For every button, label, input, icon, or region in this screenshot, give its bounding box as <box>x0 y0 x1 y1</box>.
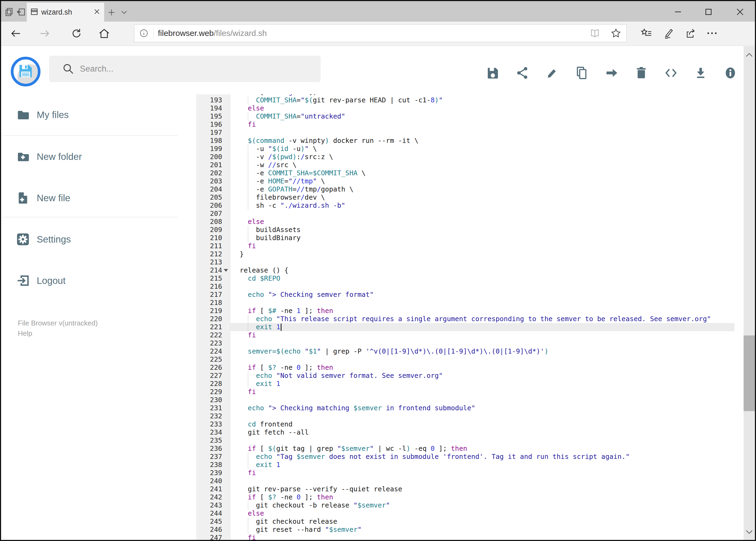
app-logo-floppy-icon[interactable] <box>11 57 41 86</box>
sidebar-item-new-folder[interactable]: New folder <box>1 146 179 168</box>
address-bar[interactable]: filebrowser.web/files/wizard.sh <box>134 24 627 42</box>
code-line[interactable]: 232 <box>180 412 734 420</box>
code-line[interactable]: 220 echo "This release script requires a… <box>180 315 734 323</box>
browser-tab[interactable]: wizard.sh <box>27 3 104 22</box>
annotate-pen-icon[interactable] <box>660 25 678 42</box>
maximize-icon[interactable] <box>701 7 716 17</box>
share-icon[interactable] <box>681 25 700 42</box>
code-line[interactable]: 245 git checkout release <box>180 517 734 526</box>
code-line[interactable]: 234 git fetch --all <box>180 428 734 436</box>
code-line[interactable]: 206 sh -c "./wizard.sh -b" <box>180 202 734 210</box>
sidebar-item-my-files[interactable]: My files <box>1 104 179 126</box>
code-line[interactable]: 221 exit 1 <box>180 323 734 331</box>
save-button[interactable] <box>485 65 500 81</box>
code-line[interactable]: 224 semver=$(echo "$1" | grep -P '^v(0|[… <box>180 347 734 355</box>
copy-button[interactable] <box>574 65 590 81</box>
code-line[interactable]: 223 <box>180 339 734 347</box>
code-line[interactable]: 217 echo "> Checking semver format" <box>180 290 734 299</box>
code-line[interactable]: 231 echo "> Checking matching $semver in… <box>180 404 734 412</box>
code-line[interactable]: 209 buildAssets <box>180 226 734 234</box>
code-line[interactable]: 208 else <box>180 218 734 226</box>
code-line[interactable]: 215 cd $REPO <box>180 274 734 282</box>
scroll-up-icon[interactable] <box>744 48 755 62</box>
sidebar-item-logout[interactable]: Logout <box>1 270 179 291</box>
more-ellipsis-icon[interactable] <box>703 25 721 42</box>
code-line[interactable]: 216 <box>180 282 734 290</box>
code-line[interactable]: 240 <box>180 477 734 485</box>
set-tabs-aside-icon[interactable] <box>16 7 26 17</box>
edit-button[interactable] <box>545 65 560 81</box>
refresh-icon[interactable] <box>69 25 84 42</box>
minimize-icon[interactable] <box>670 7 685 17</box>
search-input[interactable] <box>79 64 321 74</box>
code-editor[interactable]: 192 if [ -d ".git" ]; then193 COMMIT_SHA… <box>180 94 734 541</box>
code-line[interactable]: 246 git reset --hard "$semver" <box>180 526 734 534</box>
move-button[interactable] <box>604 65 619 81</box>
code-line[interactable]: 195 COMMIT_SHA="untracked" <box>180 112 734 121</box>
code-line[interactable]: 226 if [ $? -ne 0 ]; then <box>180 363 734 372</box>
code-line[interactable]: 193 COMMIT_SHA="$(git rev-parse HEAD | c… <box>180 96 734 104</box>
code-line[interactable]: 199 -u "$(id -u)" \ <box>180 145 734 153</box>
code-line[interactable]: 247 fi <box>180 534 734 541</box>
hub-favorites-icon[interactable] <box>637 25 656 42</box>
code-line[interactable]: 239 fi <box>180 469 734 477</box>
close-icon[interactable] <box>732 7 748 17</box>
code-line[interactable]: 235 <box>180 436 734 445</box>
code-line[interactable]: 236 if [ $(git tag | grep "$semver" | wc… <box>180 445 734 453</box>
code-line[interactable]: 201 -w //src \ <box>180 161 734 169</box>
code-line[interactable]: 241 git rev-parse --verify --quiet relea… <box>180 485 734 493</box>
reading-view-icon[interactable] <box>584 29 606 38</box>
fold-arrow-icon[interactable] <box>224 269 228 272</box>
code-line[interactable]: 238 exit 1 <box>180 461 734 469</box>
code-line[interactable]: 205 filebrowser/dev \ <box>180 194 734 202</box>
code-line[interactable]: 213 <box>180 258 734 266</box>
tabs-set-aside-icon[interactable] <box>4 7 14 17</box>
home-icon[interactable] <box>97 25 112 42</box>
code-line[interactable]: 242 if [ $? -ne 0 ]; then <box>180 493 734 501</box>
code-line[interactable]: 198 $(command -v winpty) docker run --rm… <box>180 137 734 145</box>
code-line[interactable]: 192 if [ -d ".git" ]; then <box>180 94 734 96</box>
code-line[interactable]: 225 <box>180 355 734 363</box>
code-line[interactable]: 214release () { <box>180 266 734 274</box>
code-line[interactable]: 219 if [ $# -ne 1 ]; then <box>180 307 734 315</box>
code-line[interactable]: 200 -v /$(pwd):/src:z \ <box>180 153 734 161</box>
code-line[interactable]: 222 fi <box>180 331 734 339</box>
code-line[interactable]: 243 git checkout -b release "$semver" <box>180 501 734 509</box>
code-line[interactable]: 237 echo "Tag $semver does not exist in … <box>180 453 734 461</box>
code-line[interactable]: 227 echo "Not valid semver format. See s… <box>180 372 734 380</box>
code-line[interactable]: 207 <box>180 210 734 218</box>
tab-preview-chevron-icon[interactable] <box>120 9 128 16</box>
search-box[interactable] <box>49 56 321 82</box>
back-icon[interactable] <box>8 25 23 42</box>
site-info-icon[interactable] <box>134 29 153 38</box>
code-line[interactable]: 218 <box>180 299 734 307</box>
code-line[interactable]: 233 cd frontend <box>180 420 734 428</box>
close-tab-icon[interactable] <box>94 8 101 16</box>
code-line[interactable]: 230 <box>180 396 734 404</box>
forward-icon[interactable] <box>37 25 52 42</box>
scroll-down-icon[interactable] <box>744 525 755 539</box>
code-line[interactable]: 196 fi <box>180 121 734 129</box>
info-button[interactable] <box>723 65 738 81</box>
page-scrollbar[interactable] <box>744 46 755 541</box>
code-line[interactable]: 228 exit 1 <box>180 380 734 388</box>
code-line[interactable]: 244 else <box>180 509 734 517</box>
code-line[interactable]: 204 -e GOPATH=//tmp/gopath \ <box>180 185 734 194</box>
code-line[interactable]: 194 else <box>180 104 734 112</box>
new-tab-icon[interactable] <box>107 8 116 17</box>
code-line[interactable]: 197 <box>180 129 734 137</box>
code-line[interactable]: 212} <box>180 250 734 258</box>
code-button[interactable] <box>663 65 678 81</box>
code-line[interactable]: 229 fi <box>180 388 734 396</box>
code-line[interactable]: 210 buildBinary <box>180 234 734 242</box>
code-line[interactable]: 203 -e HOME="//tmp" \ <box>180 177 734 185</box>
favorite-star-icon[interactable] <box>606 28 627 38</box>
share-button[interactable] <box>515 65 530 81</box>
help-link[interactable]: Help <box>18 328 98 338</box>
code-line[interactable]: 202 -e COMMIT_SHA=$COMMIT_SHA \ <box>180 169 734 177</box>
scrollbar-thumb[interactable] <box>744 335 755 411</box>
url-text[interactable]: filebrowser.web/files/wizard.sh <box>158 29 584 38</box>
code-line[interactable]: 211 fi <box>180 242 734 250</box>
sidebar-item-new-file[interactable]: New file <box>1 187 179 209</box>
sidebar-item-settings[interactable]: Settings <box>1 229 179 250</box>
